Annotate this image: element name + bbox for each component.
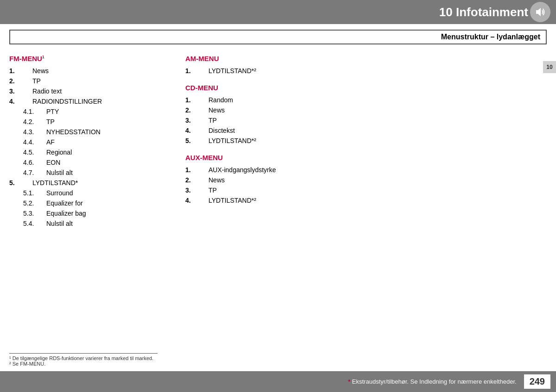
svg-marker-0 — [536, 8, 541, 16]
page-tab: 10 — [543, 61, 556, 73]
cd-menu-heading: CD-MENU — [185, 84, 547, 92]
list-item: 1. Random — [185, 96, 547, 104]
list-item: 4.7. Nulstil alt — [9, 169, 167, 176]
page-footer: * Ekstraudstyr/tilbehør. Se Indledning f… — [0, 371, 556, 392]
list-item: 5. LYDTILSTAND*² — [185, 137, 547, 144]
page-title: 10 Infotainment — [439, 5, 528, 19]
right-sidebar: 10 — [543, 24, 556, 371]
aux-menu-list: 1. AUX-indgangslydstyrke 2. News 3. TP 4… — [185, 166, 547, 204]
left-column: FM-MENU1 1. News 2. TP 3. Radio text 4. … — [9, 55, 167, 236]
list-item: 4. LYDTILSTAND*² — [185, 197, 547, 204]
right-column: AM-MENU 1. LYDTILSTAND*² CD-MENU 1. Rand… — [185, 55, 547, 236]
fm-menu-list: 1. News 2. TP 3. Radio text 4. RADIOINDS… — [9, 67, 167, 227]
list-item: 2. News — [185, 176, 547, 184]
am-menu-list: 1. LYDTILSTAND*² — [185, 67, 547, 75]
list-item: 4.5. Regional — [9, 149, 167, 156]
list-item: 2. TP — [9, 77, 167, 85]
list-item: 4.3. NYHEDSSTATION — [9, 128, 167, 136]
asterisk: * — [348, 378, 350, 385]
list-item: 4. RADIOINDSTILLINGER — [9, 98, 167, 105]
list-item: 1. AUX-indgangslydstyrke — [185, 166, 547, 174]
list-item: 4.2. TP — [9, 118, 167, 125]
list-item: 5. LYDTILSTAND* — [9, 179, 167, 187]
list-item: 5.2. Equalizer for — [9, 199, 167, 207]
footnote-2: ² Se FM-MENU. — [9, 361, 158, 367]
footnote-1: ¹ De tilgængelige RDS-funktioner variere… — [9, 355, 158, 361]
main-content: FM-MENU1 1. News 2. TP 3. Radio text 4. … — [0, 50, 556, 241]
cd-menu-list: 1. Random 2. News 3. TP 4. Disctekst 5. … — [185, 96, 547, 144]
footnotes: ¹ De tilgængelige RDS-funktioner variere… — [9, 353, 158, 367]
list-item: 3. TP — [185, 117, 547, 124]
list-item: 5.3. Equalizer bag — [9, 210, 167, 217]
section-title: Menustruktur – lydanlægget — [441, 33, 540, 41]
footer-text: * Ekstraudstyr/tilbehør. Se Indledning f… — [348, 378, 516, 385]
list-item: 3. TP — [185, 187, 547, 194]
am-menu-heading: AM-MENU — [185, 55, 547, 62]
page-header: 10 Infotainment — [0, 0, 556, 24]
page-number: 249 — [524, 374, 550, 389]
list-item: 5.4. Nulstil alt — [9, 220, 167, 227]
speaker-icon — [530, 2, 550, 22]
list-item: 1. News — [9, 67, 167, 75]
list-item: 4.6. EON — [9, 159, 167, 166]
list-item: 4.1. PTY — [9, 108, 167, 115]
list-item: 2. News — [185, 106, 547, 114]
footer-description: Ekstraudstyr/tilbehør. Se Indledning for… — [352, 378, 517, 385]
list-item: 3. Radio text — [9, 87, 167, 95]
list-item: 4.4. AF — [9, 138, 167, 146]
list-item: 4. Disctekst — [185, 127, 547, 134]
list-item: 1. LYDTILSTAND*² — [185, 67, 547, 75]
aux-menu-heading: AUX-MENU — [185, 154, 547, 162]
fm-menu-heading: FM-MENU1 — [9, 55, 167, 62]
section-title-bar: Menustruktur – lydanlægget — [9, 30, 547, 44]
list-item: 5.1. Surround — [9, 189, 167, 197]
